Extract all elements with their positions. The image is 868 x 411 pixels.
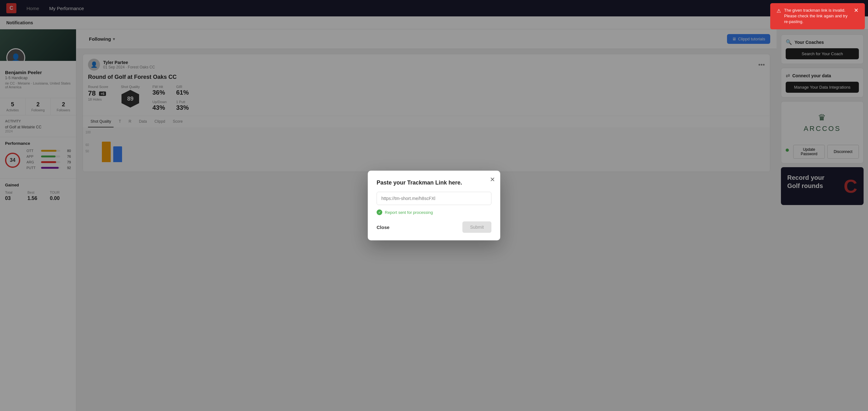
trackman-modal: ✕ Paste your Trackman Link here. ✓ Repor… xyxy=(368,171,500,240)
trackman-link-input[interactable] xyxy=(377,192,491,205)
success-text: Report sent for processing xyxy=(385,210,433,215)
error-close-icon[interactable]: ✕ xyxy=(854,7,859,13)
modal-submit-button[interactable]: Submit xyxy=(462,221,491,233)
error-message: The given trackman link is invalid. Plea… xyxy=(784,7,851,25)
check-icon: ✓ xyxy=(377,210,382,215)
modal-overlay[interactable]: ✕ Paste your Trackman Link here. ✓ Repor… xyxy=(0,0,868,411)
warning-icon: ⚠ xyxy=(777,7,781,14)
modal-close-button[interactable]: Close xyxy=(377,225,390,230)
modal-footer: Close Submit xyxy=(377,221,491,233)
modal-close-icon[interactable]: ✕ xyxy=(490,176,495,183)
modal-success-message: ✓ Report sent for processing xyxy=(377,210,491,215)
error-banner: ⚠ The given trackman link is invalid. Pl… xyxy=(770,3,865,29)
modal-title: Paste your Trackman Link here. xyxy=(377,180,491,186)
